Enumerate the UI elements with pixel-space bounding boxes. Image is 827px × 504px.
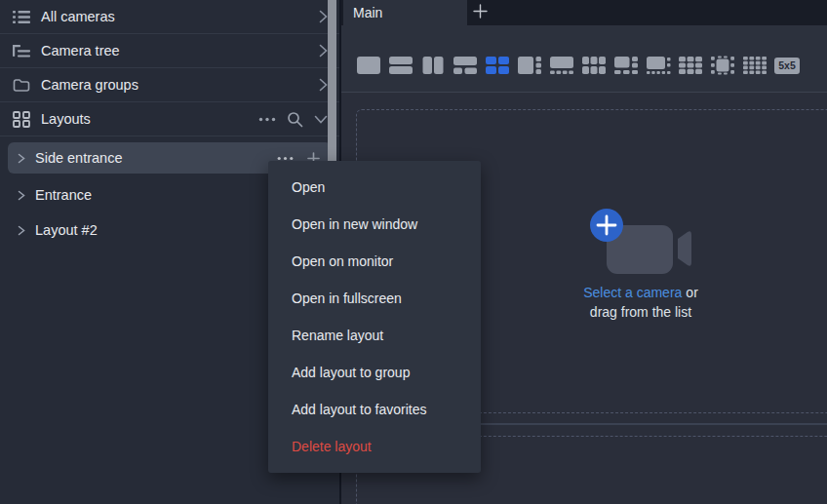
video-camera-icon — [583, 202, 698, 282]
more-icon[interactable] — [258, 117, 276, 122]
chevron-down-icon[interactable] — [314, 115, 328, 124]
menu-item-add-layout-to-group[interactable]: Add layout to group — [268, 354, 481, 391]
layout-1-plus-3-button[interactable] — [515, 53, 544, 78]
app-window: All cameras Camera tree — [0, 0, 827, 504]
layout-item-label: Entrance — [35, 187, 92, 203]
menu-item-open-in-new-window[interactable]: Open in new window — [268, 206, 481, 243]
menu-item-open-in-fullscreen[interactable]: Open in fullscreen — [268, 280, 481, 317]
tab-label: Main — [353, 5, 382, 20]
placeholder-text-line1: Select a cameraor — [558, 284, 724, 301]
chevron-right-icon — [319, 68, 328, 101]
layout-5x5-button[interactable]: 5x5 — [774, 58, 800, 74]
search-icon[interactable] — [287, 111, 303, 128]
sidebar-item-layouts[interactable]: Layouts — [0, 102, 339, 136]
sidebar-item-label: All cameras — [41, 9, 115, 24]
sidebar-item-camera-tree[interactable]: Camera tree — [0, 34, 339, 68]
folder-icon — [13, 77, 32, 93]
add-camera-badge — [590, 209, 623, 242]
layout-3x3-button[interactable] — [676, 53, 705, 78]
sidebar-item-label: Camera groups — [41, 77, 138, 93]
layout-item-label: Side entrance — [35, 150, 122, 166]
menu-item-delete-layout[interactable]: Delete layout — [268, 428, 481, 465]
tab-bar: Main — [341, 0, 827, 25]
layout-1x1-button[interactable] — [354, 53, 383, 78]
list-icon — [13, 9, 32, 24]
more-icon[interactable] — [277, 156, 294, 161]
sidebar-item-label: Camera tree — [41, 43, 120, 58]
chevron-right-icon[interactable] — [18, 153, 25, 164]
new-tab-button[interactable] — [467, 0, 492, 25]
grid-icon — [13, 111, 32, 127]
chevron-right-icon — [319, 34, 328, 67]
chevron-right-icon[interactable] — [18, 225, 25, 236]
placeholder-or-text: or — [686, 285, 697, 300]
sidebar-item-all-cameras[interactable]: All cameras — [0, 0, 339, 34]
layout-1-plus-7-button[interactable] — [644, 53, 673, 78]
sidebar-item-camera-groups[interactable]: Camera groups — [0, 68, 339, 102]
select-camera-link[interactable]: Select a camera — [583, 285, 682, 300]
tree-icon — [13, 43, 32, 58]
layout-4x4-button[interactable] — [740, 53, 769, 78]
tab-main[interactable]: Main — [343, 0, 467, 25]
plus-icon — [473, 4, 488, 22]
layout-2-rows-button[interactable] — [386, 53, 415, 78]
layout-1-plus-5-button[interactable] — [611, 53, 641, 78]
layout-1-plus-8-button[interactable] — [708, 53, 737, 78]
sidebar-item-label: Layouts — [41, 111, 91, 127]
chevron-right-icon[interactable] — [18, 190, 25, 201]
layout-2-cols-button[interactable] — [418, 53, 448, 78]
menu-item-open[interactable]: Open — [268, 169, 481, 206]
camera-placeholder: Select a cameraor drag from the list — [558, 202, 724, 321]
layout-1-plus-4-button[interactable] — [547, 53, 576, 78]
layout-2x2-button[interactable] — [483, 53, 512, 78]
menu-item-add-layout-to-favorites[interactable]: Add layout to favorites — [268, 391, 481, 428]
layout-3x2-button[interactable] — [579, 53, 609, 78]
context-menu: OpenOpen in new windowOpen on monitorOpe… — [268, 161, 481, 473]
menu-item-open-on-monitor[interactable]: Open on monitor — [268, 243, 481, 280]
chevron-right-icon — [319, 0, 328, 33]
placeholder-text-line2: drag from the list — [558, 303, 724, 321]
layout-item-label: Layout #2 — [35, 222, 98, 238]
layout-1-plus-2-button[interactable] — [451, 53, 480, 78]
layout-toolbar: 5x5 — [341, 25, 827, 93]
menu-item-rename-layout[interactable]: Rename layout — [268, 317, 481, 354]
